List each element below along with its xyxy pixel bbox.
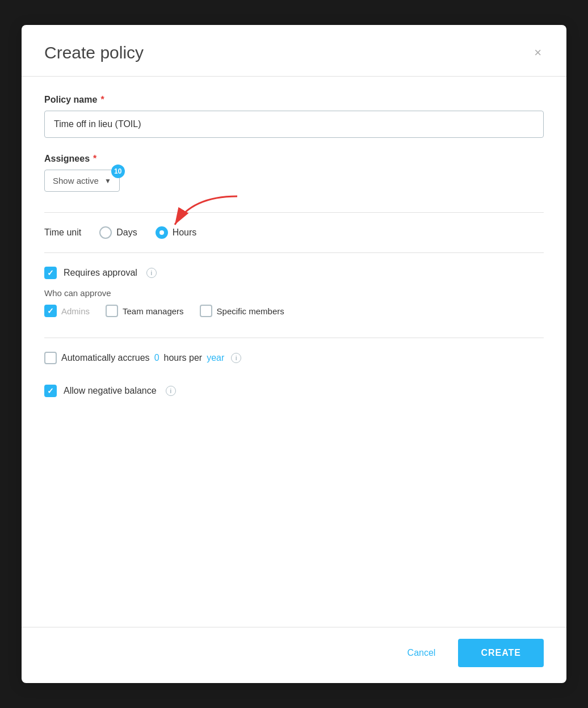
policy-name-section: Policy name * <box>44 95 544 138</box>
chevron-down-icon: ▼ <box>104 177 111 185</box>
assignees-dropdown[interactable]: Show active ▼ 10 <box>44 170 120 192</box>
policy-name-label: Policy name * <box>44 95 544 105</box>
allow-negative-balance-section: Allow negative balance i <box>44 385 544 402</box>
auto-accrues-checkbox[interactable] <box>44 352 57 364</box>
approve-options: Admins Team managers Specific members <box>44 305 544 317</box>
admins-label: Admins <box>61 306 90 316</box>
dialog-header: Create policy × <box>22 25 566 76</box>
requires-approval-label: Requires approval <box>64 268 137 278</box>
time-unit-row: Time unit Days Hours <box>44 226 544 239</box>
team-managers-checkbox[interactable] <box>106 305 118 317</box>
who-can-approve-section: Who can approve Admins Team managers Spe… <box>44 288 544 317</box>
radio-hours-label: Hours <box>173 227 197 238</box>
accrues-period-link[interactable]: year <box>207 353 224 363</box>
time-unit-label: Time unit <box>44 227 81 238</box>
section-divider-2 <box>44 252 544 253</box>
requires-approval-row: Requires approval i <box>44 267 544 279</box>
close-button[interactable]: × <box>532 44 544 61</box>
specific-members-label: Specific members <box>217 306 284 316</box>
auto-accrues-section: Automatically accrues 0 hours per year i <box>44 352 544 369</box>
who-can-approve-label: Who can approve <box>44 288 544 298</box>
team-managers-label: Team managers <box>123 306 184 316</box>
radio-days-circle <box>99 226 112 239</box>
section-divider-3 <box>44 338 544 338</box>
radio-days-label: Days <box>116 227 137 238</box>
specific-members-checkbox[interactable] <box>200 305 212 317</box>
allow-negative-balance-label: Allow negative balance <box>64 386 157 396</box>
requires-approval-section: Requires approval i Who can approve Admi… <box>44 267 544 317</box>
create-policy-dialog: Create policy × Policy name * Assignees … <box>22 25 566 683</box>
radio-hours[interactable]: Hours <box>156 226 197 239</box>
assignees-dropdown-label: Show active <box>53 176 99 186</box>
accrues-hours-value: 0 <box>154 353 159 363</box>
approve-option-specific-members: Specific members <box>200 305 284 317</box>
section-divider-1 <box>44 212 544 213</box>
required-star: * <box>100 95 104 105</box>
assignees-section: Assignees * Show active ▼ 10 <box>44 154 544 192</box>
dialog-body: Policy name * Assignees * Show active ▼ … <box>22 77 566 627</box>
cancel-button[interactable]: Cancel <box>396 641 447 665</box>
auto-accrues-row: Automatically accrues 0 hours per year i <box>44 352 544 364</box>
accrues-hours-label: hours per <box>164 353 203 363</box>
requires-approval-info-icon[interactable]: i <box>146 268 157 278</box>
radio-hours-circle <box>156 226 168 239</box>
auto-accrues-label: Automatically accrues <box>61 353 150 363</box>
radio-days[interactable]: Days <box>99 226 137 239</box>
allow-negative-balance-info-icon[interactable]: i <box>166 386 176 396</box>
dialog-title: Create policy <box>44 43 144 62</box>
assignees-label: Assignees * <box>44 154 544 164</box>
time-unit-section: Time unit Days Hours <box>44 226 544 239</box>
create-button[interactable]: CREATE <box>458 639 544 667</box>
required-star-assignees: * <box>93 154 96 164</box>
auto-accrues-info-icon[interactable]: i <box>231 353 241 363</box>
requires-approval-checkbox[interactable] <box>44 267 57 279</box>
assignees-badge: 10 <box>111 165 125 178</box>
approve-option-team-managers: Team managers <box>106 305 184 317</box>
allow-negative-balance-row: Allow negative balance i <box>44 385 544 397</box>
allow-negative-balance-checkbox[interactable] <box>44 385 57 397</box>
admins-checkbox[interactable] <box>44 305 57 317</box>
approve-option-admins: Admins <box>44 305 90 317</box>
dialog-footer: Cancel CREATE <box>22 627 566 683</box>
policy-name-input[interactable] <box>44 111 544 138</box>
